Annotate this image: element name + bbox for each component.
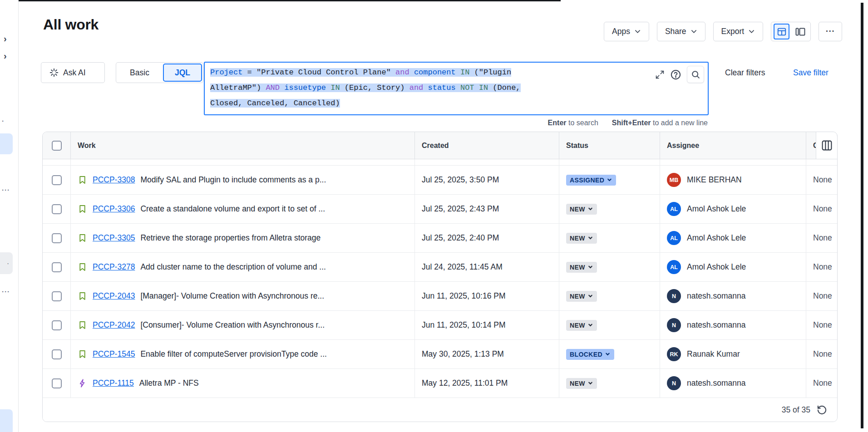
status-badge[interactable]: NEW [566, 320, 597, 331]
search-button[interactable] [687, 66, 704, 83]
issue-key-link[interactable]: PCCP-1115 [93, 378, 134, 388]
jql-line: AlletraMP") AND issuetype IN (Epic, Stor… [210, 80, 702, 96]
jql-token: component [414, 68, 456, 77]
jql-mode-tab[interactable]: JQL [163, 64, 202, 82]
row-checkbox-cell [43, 195, 71, 223]
row-checkbox[interactable] [52, 320, 62, 330]
row-checkbox[interactable] [52, 378, 62, 388]
jql-lines: Project = "Private Cloud Control Plane" … [210, 65, 702, 111]
expand-icon[interactable] [655, 70, 665, 79]
assignee-name: natesh.somanna [687, 378, 745, 388]
issue-summary: Create a standalone volume and export it… [140, 204, 325, 214]
row-checkbox[interactable] [52, 349, 62, 359]
column-header-status[interactable]: Status [559, 132, 660, 159]
work-cell: PCCP-3308Modify SAL and Plugin to includ… [71, 166, 415, 194]
assignee-cell: ALAmol Ashok Lele [660, 195, 806, 223]
issue-key-link[interactable]: PCCP-3308 [93, 175, 135, 185]
clear-filters-button[interactable]: Clear filters [725, 68, 765, 78]
chevron-right-icon[interactable]: › [4, 51, 7, 61]
column-header-created[interactable]: Created [415, 132, 559, 159]
detail-view-button[interactable] [793, 24, 808, 39]
issue-key-link[interactable]: PCCP-1545 [93, 349, 135, 359]
created-cell: May 30, 2025, 1:13 PM [415, 340, 559, 368]
row-checkbox-cell [43, 369, 71, 398]
jql-token [326, 83, 330, 92]
hint-shift-key: Shift+Enter [612, 119, 651, 127]
created-cell: Jun 11, 2025, 10:16 PM [415, 282, 559, 310]
row-checkbox[interactable] [52, 175, 62, 185]
created-cell: May 12, 2025, 11:01 PM [415, 369, 559, 398]
hint-enter-key: Enter [548, 119, 567, 127]
work-cell: PCCP-1545Enable filter of computeServer … [71, 340, 415, 368]
table-row: PCCP-1115Alletra MP - NFSMay 12, 2025, 1… [43, 369, 837, 398]
hint-shift-text: to add a new line [651, 119, 708, 127]
ask-ai-button[interactable]: Ask AI [41, 62, 105, 83]
row-checkbox[interactable] [52, 233, 62, 243]
row-checkbox[interactable] [52, 291, 62, 301]
basic-mode-tab[interactable]: Basic [116, 68, 163, 78]
issue-key-link[interactable]: PCCP-3278 [93, 262, 135, 272]
sidebar-item-selected-fragment[interactable] [0, 133, 13, 154]
sidebar-item-fragment[interactable]: · [2, 117, 5, 125]
assignee-name: natesh.somanna [687, 320, 745, 330]
row-checkbox[interactable] [52, 262, 62, 272]
status-badge[interactable]: BLOCKED [566, 349, 614, 360]
category-cell: None [806, 282, 837, 310]
column-header-work[interactable]: Work [71, 132, 415, 159]
jql-token: (Epic, Story) [340, 83, 409, 92]
column-header-assignee[interactable]: Assignee [660, 132, 806, 159]
story-icon [78, 233, 87, 243]
assignee-name: Amol Ashok Lele [687, 262, 746, 272]
status-cell: NEW [559, 224, 660, 252]
refresh-icon[interactable] [817, 405, 827, 415]
row-count: 35 of 35 [782, 405, 810, 415]
jql-token [280, 83, 284, 92]
status-badge[interactable]: NEW [566, 378, 597, 389]
avatar: N [667, 318, 681, 332]
status-badge[interactable]: ASSIGNED [566, 175, 616, 186]
status-badge[interactable]: NEW [566, 262, 597, 273]
row-checkbox-cell [43, 340, 71, 368]
avatar: AL [667, 260, 681, 274]
more-horizontal-icon[interactable]: ··· [2, 186, 10, 194]
ask-ai-label: Ask AI [63, 68, 86, 78]
columns-icon [821, 140, 833, 151]
row-checkbox-cell [43, 166, 71, 194]
jql-input[interactable]: Project = "Private Cloud Control Plane" … [204, 62, 709, 115]
more-horizontal-icon: ··· [826, 27, 835, 36]
jql-token: "Private Cloud Control Plane" [256, 68, 391, 77]
more-options-button[interactable]: ··· [819, 22, 842, 41]
work-cell: PCCP-3278Add cluster name to the descrip… [71, 253, 415, 281]
export-button[interactable]: Export [713, 22, 764, 41]
issue-key-link[interactable]: PCCP-3306 [93, 204, 135, 214]
jql-hint: Enter to searchShift+Enter to add a new … [204, 119, 708, 127]
configure-columns-button[interactable] [816, 132, 837, 159]
status-badge[interactable]: NEW [566, 291, 597, 302]
row-checkbox-cell [43, 224, 71, 252]
share-button[interactable]: Share [657, 22, 705, 41]
jql-token [456, 68, 460, 77]
jql-token: = [242, 68, 256, 77]
chevron-right-icon[interactable]: › [4, 34, 7, 44]
issue-key-link[interactable]: PCCP-2043 [93, 291, 135, 301]
save-filter-button[interactable]: Save filter [793, 68, 829, 78]
sidebar-item-fragment[interactable] [0, 409, 13, 432]
assignee-cell: Nnatesh.somanna [660, 311, 806, 339]
more-horizontal-icon[interactable]: ··· [2, 288, 10, 295]
row-checkbox[interactable] [52, 204, 62, 214]
table-row: PCCP-3278Add cluster name to the descrip… [43, 253, 837, 282]
jql-token: status [428, 83, 456, 92]
help-icon[interactable] [670, 69, 681, 80]
story-icon [78, 291, 87, 301]
status-badge[interactable]: NEW [566, 233, 597, 244]
sidebar-item-fragment[interactable]: · [0, 252, 13, 274]
apps-button[interactable]: Apps [604, 22, 649, 41]
avatar: RK [667, 347, 681, 361]
select-all-checkbox[interactable] [52, 141, 62, 151]
issue-key-link[interactable]: PCCP-2042 [93, 320, 135, 330]
avatar: AL [667, 202, 681, 216]
table-view-button[interactable] [774, 24, 789, 39]
issue-key-link[interactable]: PCCP-3305 [93, 233, 135, 243]
status-badge[interactable]: NEW [566, 204, 597, 215]
table-row: PCCP-2042[Consumer]- Volume Creation wit… [43, 311, 837, 340]
